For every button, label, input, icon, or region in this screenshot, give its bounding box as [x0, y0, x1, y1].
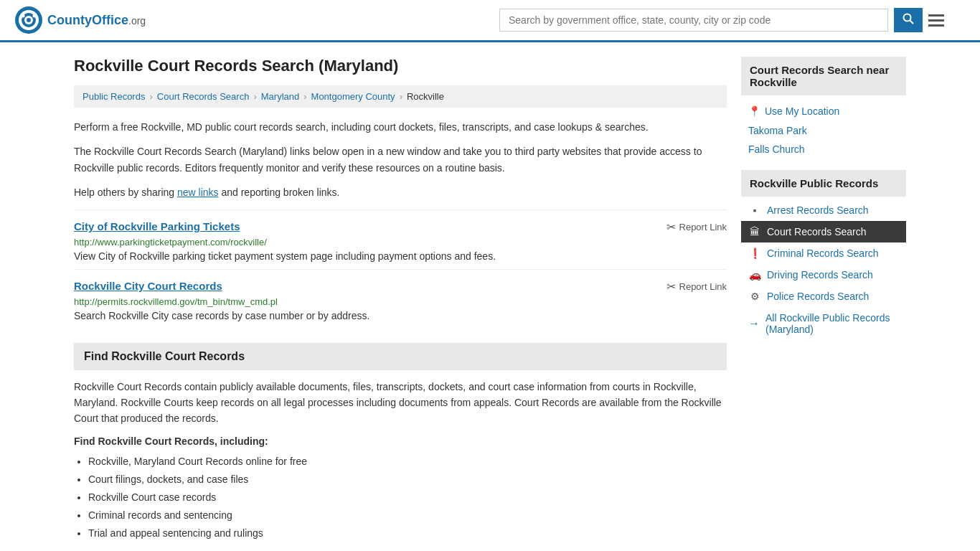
- sidebar-icon-3: 🚗: [748, 269, 761, 281]
- nearby-falls-church[interactable]: Falls Church: [741, 140, 906, 159]
- link-entry-1: Rockville City Court Records ✂ Report Li…: [74, 269, 727, 329]
- header: CountyOffice.org: [0, 0, 980, 42]
- description-3: Help others by sharing new links and rep…: [74, 184, 727, 200]
- find-section-header: Find Rockville Court Records: [74, 343, 727, 370]
- location-pin-icon: 📍: [748, 105, 760, 117]
- link-title-0[interactable]: City of Rockville Parking Tickets: [74, 220, 240, 232]
- breadcrumb-montgomery-county[interactable]: Montgomery County: [311, 91, 395, 102]
- report-icon-0: ✂: [666, 220, 676, 234]
- sidebar-item-0[interactable]: ▪Arrest Records Search: [741, 199, 906, 221]
- link-title-1[interactable]: Rockville City Court Records: [74, 280, 222, 292]
- report-link-btn-0[interactable]: ✂ Report Link: [666, 220, 727, 234]
- sidebar-item-1[interactable]: 🏛Court Records Search: [741, 221, 906, 242]
- find-section-body: Rockville Court Records contain publicly…: [74, 379, 727, 427]
- breadcrumb: Public Records › Court Records Search › …: [74, 85, 727, 108]
- link-url-0: http://www.parkingticketpayment.com/rock…: [74, 237, 727, 248]
- logo-area: CountyOffice.org: [14, 6, 146, 34]
- records-list-item-4: Trial and appeal sentencing and rulings: [88, 524, 727, 542]
- sidebar-label-3: Driving Records Search: [767, 269, 873, 281]
- sidebar: Court Records Search near Rockville 📍 Us…: [741, 57, 906, 543]
- menu-bar-2: [928, 19, 944, 22]
- public-records-heading: Rockville Public Records: [741, 170, 906, 197]
- report-icon-1: ✂: [666, 280, 676, 293]
- menu-bar-3: [928, 24, 944, 27]
- description-1: Perform a free Rockville, MD public cour…: [74, 119, 727, 135]
- link-entry-0: City of Rockville Parking Tickets ✂ Repo…: [74, 209, 727, 269]
- link-desc-0: View City of Rockville parking ticket pa…: [74, 250, 727, 262]
- sidebar-label-4: Police Records Search: [767, 291, 869, 302]
- bc-sep-1: ›: [149, 91, 152, 102]
- sidebar-nearby-heading: Court Records Search near Rockville: [741, 57, 906, 95]
- main-layout: Rockville Court Records Search (Maryland…: [60, 42, 920, 543]
- svg-point-4: [27, 18, 31, 22]
- nearby-takoma-park[interactable]: Takoma Park: [741, 121, 906, 140]
- logo-text: CountyOffice.org: [47, 13, 146, 28]
- link-desc-1: Search Rockville City case records by ca…: [74, 310, 727, 321]
- sidebar-icon-1: 🏛: [748, 226, 761, 237]
- bc-sep-4: ›: [400, 91, 402, 102]
- page-title: Rockville Court Records Search (Maryland…: [74, 57, 727, 75]
- sidebar-item-4[interactable]: ⚙Police Records Search: [741, 286, 906, 307]
- description-2: The Rockville Court Records Search (Mary…: [74, 143, 727, 176]
- search-area: [499, 8, 944, 32]
- sidebar-records-list: ▪Arrest Records Search🏛Court Records Sea…: [741, 199, 906, 307]
- menu-bar-1: [928, 14, 944, 17]
- report-label-1: Report Link: [679, 281, 727, 292]
- sidebar-label-1: Court Records Search: [767, 226, 867, 237]
- logo-icon: [14, 6, 43, 34]
- sidebar-icon-0: ▪: [748, 204, 761, 216]
- svg-point-5: [22, 14, 25, 18]
- arrow-right-icon: →: [748, 317, 760, 330]
- records-list-item-0: Rockville, Maryland Court Records online…: [88, 453, 727, 471]
- sidebar-icon-4: ⚙: [748, 291, 761, 302]
- records-list-item-3: Criminal records and sentencing: [88, 507, 727, 524]
- search-icon: [903, 13, 914, 24]
- use-my-location-link[interactable]: Use My Location: [765, 105, 839, 117]
- records-list-item-1: Court filings, dockets, and case files: [88, 471, 727, 489]
- svg-line-8: [910, 21, 914, 24]
- link-url-1: http://permits.rockvillemd.gov/tm_bin/tm…: [74, 296, 727, 307]
- report-link-btn-1[interactable]: ✂ Report Link: [666, 280, 727, 293]
- svg-point-7: [904, 14, 911, 22]
- content-area: Rockville Court Records Search (Maryland…: [74, 57, 727, 543]
- sidebar-label-0: Arrest Records Search: [767, 204, 869, 216]
- menu-button[interactable]: [928, 14, 944, 27]
- find-list-heading: Find Rockville Court Records, including:: [74, 435, 727, 447]
- breadcrumb-rockville: Rockville: [407, 91, 444, 102]
- search-button[interactable]: [894, 8, 923, 32]
- svg-point-6: [33, 14, 37, 18]
- breadcrumb-maryland[interactable]: Maryland: [261, 91, 299, 102]
- use-my-location: 📍 Use My Location: [741, 101, 906, 121]
- public-records-section: Rockville Public Records ▪Arrest Records…: [741, 170, 906, 340]
- breadcrumb-court-records[interactable]: Court Records Search: [157, 91, 250, 102]
- sidebar-icon-2: ❗: [748, 248, 761, 259]
- search-input[interactable]: [499, 9, 888, 32]
- sidebar-item-2[interactable]: ❗Criminal Records Search: [741, 242, 906, 264]
- all-records-link[interactable]: → All Rockville Public Records (Maryland…: [741, 307, 906, 340]
- bc-sep-2: ›: [253, 91, 256, 102]
- sidebar-label-2: Criminal Records Search: [767, 248, 879, 259]
- records-list: Rockville, Maryland Court Records online…: [88, 453, 727, 543]
- sidebar-item-3[interactable]: 🚗Driving Records Search: [741, 264, 906, 286]
- new-links-link[interactable]: new links: [177, 187, 219, 198]
- records-list-item-2: Rockville Court case records: [88, 489, 727, 507]
- links-container: City of Rockville Parking Tickets ✂ Repo…: [74, 209, 727, 329]
- breadcrumb-public-records[interactable]: Public Records: [83, 91, 145, 102]
- report-label-0: Report Link: [679, 222, 727, 232]
- bc-sep-3: ›: [303, 91, 306, 102]
